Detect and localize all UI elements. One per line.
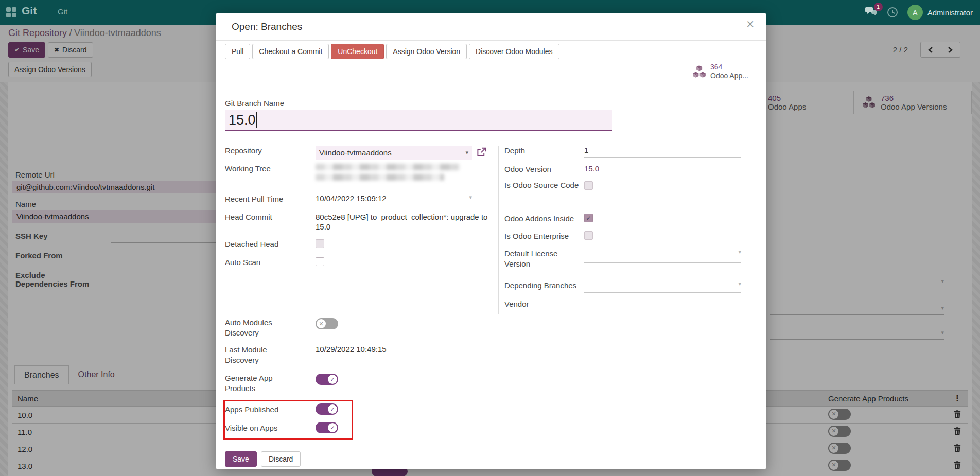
annotation-highlight-box — [223, 400, 353, 440]
modal-title: Open: Branches — [232, 21, 302, 32]
head-commit-value: 80c52e8 [UPG] to_product_collection*: up… — [316, 212, 496, 232]
modal-discard-button[interactable]: Discard — [261, 451, 301, 467]
user-menu[interactable]: A Administrator — [907, 5, 973, 20]
caret-down-icon: ▾ — [738, 249, 741, 255]
uncheckout-button[interactable]: UnCheckout — [331, 44, 384, 59]
auto-modules-discovery-toggle[interactable]: ✕ — [316, 318, 338, 329]
stat-button-odoo-app[interactable]: 364 Odoo App... — [687, 61, 762, 82]
caret-down-icon: ▾ — [469, 194, 472, 206]
auto-scan-label: Auto Scan — [225, 257, 316, 268]
is-odoo-source-code-checkbox[interactable] — [584, 181, 593, 190]
user-name: Administrator — [927, 8, 973, 17]
caret-down-icon: ▾ — [465, 149, 468, 156]
button-box: 364 Odoo App... — [216, 61, 766, 82]
is-odoo-source-code-label: Is Odoo Source Code — [504, 180, 584, 190]
divider — [216, 40, 766, 41]
depth-input[interactable]: 1 — [584, 146, 741, 158]
checkout-a-commit-button[interactable]: Checkout a Commit — [252, 44, 329, 59]
external-link-icon[interactable] — [477, 147, 486, 157]
generate-app-products-label: Generate App Products — [225, 373, 302, 394]
auto-scan-checkbox[interactable] — [316, 257, 324, 266]
stat-value: 364 — [710, 63, 748, 72]
auto-modules-discovery-label: Auto Modules Discovery — [225, 318, 302, 338]
messages-button[interactable]: 1 — [865, 6, 878, 19]
git-branch-name-input[interactable]: 15.0 — [225, 110, 612, 131]
odoo-addons-inside-checkbox[interactable]: ✓ — [584, 214, 593, 222]
odoo-addons-inside-label: Odoo Addons Inside — [504, 214, 584, 224]
divider — [216, 446, 766, 446]
last-module-discovery-value: 10/29/2022 10:49:15 — [316, 345, 387, 365]
recent-pull-time-input[interactable]: 10/04/2022 15:09:12 ▾ — [316, 194, 472, 206]
discover-odoo-modules-button[interactable]: Discover Odoo Modules — [469, 44, 559, 59]
app-brand[interactable]: Git — [22, 5, 37, 17]
odoo-version-label: Odoo Version — [504, 164, 584, 174]
git-branch-name-label: Git Branch Name — [225, 98, 284, 109]
odoo-version-value[interactable]: 15.0 — [584, 164, 599, 174]
default-license-version-label: Default License Version — [504, 249, 584, 269]
screen: Git Repository / Viindoo-tvtmaaddons ✔ S… — [0, 0, 980, 476]
depending-branches-label: Depending Branches — [504, 280, 584, 293]
modal-save-button[interactable]: Save — [225, 451, 257, 467]
assign-odoo-version-button[interactable]: Assign Odoo Version — [386, 44, 467, 59]
repository-label: Repository — [225, 146, 316, 160]
apps-menu-icon[interactable] — [6, 7, 16, 17]
messages-badge: 1 — [874, 3, 883, 11]
pull-button[interactable]: Pull — [225, 44, 250, 59]
activities-clock-icon[interactable] — [887, 7, 898, 18]
last-module-discovery-label: Last Module Discovery — [225, 345, 302, 365]
modal-close-button[interactable]: ✕ — [746, 18, 755, 30]
text-cursor — [256, 112, 257, 128]
detached-head-checkbox[interactable] — [316, 239, 324, 248]
vendor-field[interactable] — [584, 299, 741, 309]
default-license-version-select[interactable]: ▾ — [584, 249, 741, 263]
is-odoo-enterprise-checkbox[interactable] — [584, 231, 593, 240]
working-tree-value-redacted — [316, 164, 460, 181]
repository-select[interactable]: Viindoo-tvtmaaddons ▾ — [316, 146, 472, 160]
recent-pull-time-label: Recent Pull Time — [225, 194, 316, 206]
group-divider — [498, 146, 499, 314]
vendor-label: Vendor — [504, 299, 584, 309]
is-odoo-enterprise-label: Is Odoo Enterprise — [504, 231, 584, 241]
toggle-check-icon: ✓ — [328, 375, 337, 384]
open-branches-modal: Open: Branches ✕ Pull Checkout a Commit … — [216, 13, 766, 469]
working-tree-label: Working Tree — [225, 164, 316, 181]
detached-head-label: Detached Head — [225, 239, 316, 250]
depth-label: Depth — [504, 146, 584, 158]
avatar: A — [907, 5, 923, 20]
depending-branches-select[interactable]: ▾ — [584, 280, 741, 293]
stat-label: Odoo App... — [710, 72, 748, 80]
menu-item-git[interactable]: Git — [58, 7, 67, 16]
toggle-cross-icon: ✕ — [317, 319, 326, 328]
odoo-apps-cubes-icon — [692, 65, 706, 79]
caret-down-icon: ▾ — [738, 280, 741, 287]
head-commit-label: Head Commit — [225, 212, 316, 232]
generate-app-products-toggle[interactable]: ✓ — [316, 374, 338, 385]
